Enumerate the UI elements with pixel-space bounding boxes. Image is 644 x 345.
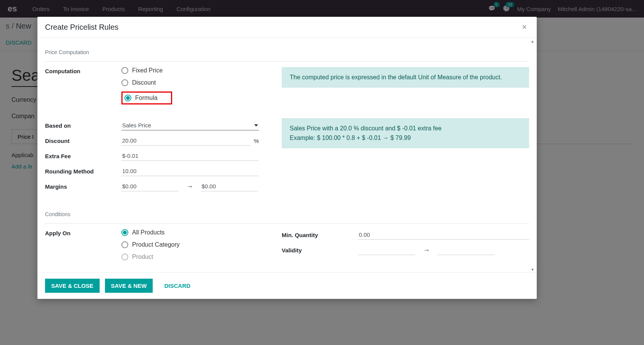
computation-radio-group: Fixed Price Discount Formula	[121, 67, 172, 104]
caret-down-icon	[254, 124, 258, 127]
extra-fee-label: Extra Fee	[45, 153, 121, 159]
close-icon[interactable]: ×	[520, 22, 529, 32]
scroll-up-icon[interactable]: ▴	[531, 39, 536, 43]
radio-circle-icon	[121, 229, 128, 236]
validity-label: Validity	[282, 247, 358, 254]
section-conditions: Conditions	[45, 211, 529, 220]
apply-on-label: Apply On	[45, 229, 121, 236]
section-divider	[45, 223, 529, 224]
margin-min-input[interactable]	[121, 181, 179, 191]
section-divider	[45, 61, 529, 62]
radio-circle-icon	[121, 254, 128, 260]
radio-all-products[interactable]: All Products	[121, 229, 180, 236]
margin-max-input[interactable]	[201, 181, 258, 191]
min-quantity-input[interactable]	[358, 230, 529, 240]
modal-title: Create Pricelist Rules	[45, 23, 118, 32]
radio-discount[interactable]: Discount	[121, 79, 172, 86]
formula-highlight: Formula	[121, 91, 172, 104]
extra-fee-input[interactable]	[121, 151, 259, 161]
radio-fixed-price[interactable]: Fixed Price	[121, 67, 172, 74]
radio-product-category[interactable]: Product Category	[121, 241, 180, 248]
info-uom: The computed price is expressed in the d…	[282, 67, 529, 88]
radio-product[interactable]: Product	[121, 254, 180, 260]
arrow-right-icon: →	[186, 183, 193, 191]
min-quantity-label: Min. Quantity	[282, 232, 358, 238]
apply-on-radio-group: All Products Product Category Product	[121, 229, 180, 260]
percent-suffix: %	[254, 138, 259, 144]
create-pricelist-rules-modal: Create Pricelist Rules × ▴ Price Computa…	[37, 17, 537, 299]
radio-circle-icon	[124, 95, 131, 101]
modal-body: ▴ Price Computation Computation Fixed Pr…	[37, 38, 537, 272]
modal-footer: SAVE & CLOSE SAVE & NEW DISCARD	[37, 272, 537, 299]
computation-label: Computation	[45, 67, 121, 74]
validity-from-input[interactable]	[358, 245, 415, 255]
based-on-label: Based on	[45, 122, 121, 129]
section-price-computation: Price Computation	[45, 49, 529, 58]
margins-label: Margins	[45, 183, 121, 190]
modal-header: Create Pricelist Rules ×	[37, 17, 537, 38]
rounding-method-label: Rounding Method	[45, 168, 121, 175]
discard-button[interactable]: DISCARD	[158, 279, 196, 293]
save-and-close-button[interactable]: SAVE & CLOSE	[45, 279, 100, 293]
rounding-method-input[interactable]	[121, 166, 259, 176]
discount-label: Discount	[45, 138, 121, 144]
radio-formula[interactable]: Formula	[124, 95, 158, 101]
radio-circle-icon	[121, 241, 128, 248]
based-on-select[interactable]: Sales Price	[121, 120, 259, 130]
validity-to-input[interactable]	[437, 245, 495, 255]
arrow-right-icon: →	[423, 246, 430, 254]
save-and-new-button[interactable]: SAVE & NEW	[105, 279, 153, 293]
scroll-down-icon[interactable]: ▾	[531, 267, 536, 271]
radio-circle-icon	[121, 79, 128, 86]
radio-circle-icon	[121, 67, 128, 74]
discount-input[interactable]	[121, 136, 250, 146]
info-example: Sales Price with a 20.0 % discount and $…	[282, 118, 529, 148]
